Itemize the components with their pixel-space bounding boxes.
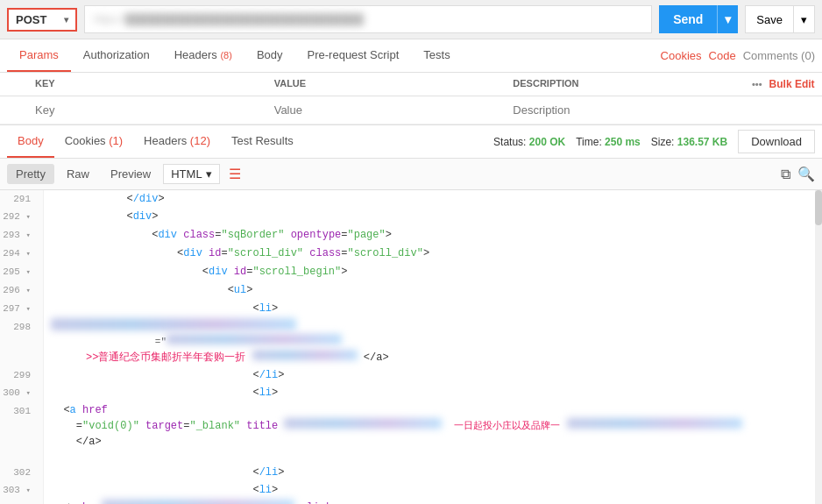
params-row bbox=[0, 96, 822, 124]
code-viewer: 291 </div> 292 ▾ <div> 293 ▾ <div class=… bbox=[0, 190, 822, 504]
blurred-301a bbox=[284, 418, 442, 429]
request-tab-links: Cookies Code Comments (0) bbox=[661, 49, 815, 62]
format-select[interactable]: HTML ▾ bbox=[163, 164, 219, 184]
copy-icon[interactable]: ⧉ bbox=[781, 167, 790, 182]
bulk-edit-link[interactable]: Bulk Edit bbox=[769, 78, 822, 90]
line-content-303: <li> bbox=[44, 481, 822, 500]
line-num-291: 291 bbox=[0, 190, 44, 208]
save-arrow[interactable]: ▾ bbox=[793, 6, 814, 32]
line-num-293[interactable]: 293 ▾ bbox=[0, 226, 44, 245]
fmt-tab-pretty[interactable]: Pretty bbox=[7, 164, 54, 184]
tab-headers[interactable]: Headers (8) bbox=[162, 39, 244, 72]
tab-test-results[interactable]: Test Results bbox=[221, 125, 304, 158]
response-status: Status: 200 OK Time: 250 ms Size: 136.57… bbox=[493, 130, 815, 153]
row-key[interactable] bbox=[26, 98, 274, 122]
code-line-296: 296 ▾ <ul> bbox=[0, 281, 822, 300]
line-num-294[interactable]: 294 ▾ bbox=[0, 245, 44, 263]
tab-body-response[interactable]: Body bbox=[7, 125, 54, 158]
line-content-293: <div class="sqBorder" opentype="page"> bbox=[44, 226, 822, 245]
tab-authorization[interactable]: Authorization bbox=[71, 39, 162, 72]
status-label: Status: 200 OK bbox=[493, 136, 565, 148]
line-content-299: </li> bbox=[44, 366, 822, 384]
tab-cookies-response[interactable]: Cookies (1) bbox=[54, 125, 133, 158]
code-line-301: 301 <a href ="void(0)" target="_blank" t… bbox=[0, 402, 822, 464]
line-num-297[interactable]: 297 ▾ bbox=[0, 300, 44, 318]
col-desc-header: DESCRIPTION bbox=[513, 78, 752, 90]
send-button[interactable]: Send ▾ bbox=[659, 5, 738, 33]
desc-input[interactable] bbox=[513, 98, 752, 122]
line-num-303[interactable]: 303 ▾ bbox=[0, 481, 44, 500]
wrap-icon[interactable]: ☰ bbox=[229, 166, 241, 182]
request-tabs: Params Authorization Headers (8) Body Pr… bbox=[0, 39, 822, 73]
line-content-300: <li> bbox=[44, 384, 822, 402]
value-input[interactable] bbox=[274, 98, 514, 122]
line-content-301: <a href ="void(0)" target="_blank" title… bbox=[44, 402, 822, 450]
params-table: KEY VALUE DESCRIPTION ••• Bulk Edit bbox=[0, 73, 822, 125]
format-right-actions: ⧉ 🔍 bbox=[781, 166, 815, 182]
time-label: Time: 250 ms bbox=[576, 136, 641, 148]
code-line-298: 298 =" >>普通纪念币集邮折半年套购一折 </a> bbox=[0, 318, 822, 366]
size-label: Size: 136.57 KB bbox=[651, 136, 727, 148]
time-value: 250 ms bbox=[605, 136, 641, 148]
code-line-295: 295 ▾ <div id="scroll_begin"> bbox=[0, 263, 822, 281]
three-dots-icon[interactable]: ••• bbox=[752, 79, 762, 89]
tab-headers-response[interactable]: Headers (12) bbox=[133, 125, 221, 158]
size-value: 136.57 KB bbox=[677, 136, 727, 148]
line-num-300[interactable]: 300 ▾ bbox=[0, 384, 44, 402]
code-line-300: 300 ▾ <li> bbox=[0, 384, 822, 402]
col-actions-header: ••• Bulk Edit bbox=[752, 78, 822, 90]
line-num-302: 302 bbox=[0, 464, 44, 481]
line-content-298: =" >>普通纪念币集邮折半年套购一折 </a> bbox=[44, 318, 822, 366]
save-button[interactable]: Save ▾ bbox=[745, 5, 815, 33]
comments-link[interactable]: Comments (0) bbox=[743, 49, 815, 62]
save-label: Save bbox=[746, 13, 793, 26]
code-line-304: 304 <a hr click bbox=[0, 500, 822, 504]
line-num-295[interactable]: 295 ▾ bbox=[0, 263, 44, 281]
method-dropdown[interactable]: POST ▾ bbox=[7, 8, 77, 32]
top-bar: POST ▾ https://█████████████████████████… bbox=[0, 0, 822, 39]
code-line-294: 294 ▾ <div id="scroll_div" class="scroll… bbox=[0, 245, 822, 263]
line-num-292[interactable]: 292 ▾ bbox=[0, 208, 44, 226]
download-button[interactable]: Download bbox=[738, 130, 815, 153]
scrollbar-track[interactable] bbox=[815, 190, 822, 504]
row-desc[interactable] bbox=[513, 98, 752, 122]
format-bar: Pretty Raw Preview HTML ▾ ☰ ⧉ 🔍 bbox=[0, 159, 822, 190]
row-value[interactable] bbox=[274, 98, 514, 122]
col-check-header bbox=[0, 78, 26, 90]
key-input[interactable] bbox=[35, 98, 274, 122]
cookies-link[interactable]: Cookies bbox=[661, 49, 702, 62]
line-num-301: 301 bbox=[0, 402, 44, 464]
send-arrow[interactable]: ▾ bbox=[717, 5, 738, 33]
code-line-291: 291 </div> bbox=[0, 190, 822, 208]
tab-body[interactable]: Body bbox=[244, 39, 295, 72]
tab-params[interactable]: Params bbox=[7, 39, 71, 72]
line-content-291: </div> bbox=[44, 190, 822, 208]
blurred-301b bbox=[567, 418, 742, 429]
tab-tests[interactable]: Tests bbox=[411, 39, 462, 72]
code-line-297: 297 ▾ <li> bbox=[0, 300, 822, 318]
code-line-302: 302 </li> bbox=[0, 464, 822, 481]
blurred-content-298a bbox=[51, 318, 296, 330]
line-num-299: 299 bbox=[0, 366, 44, 384]
code-link[interactable]: Code bbox=[709, 49, 736, 62]
code-line-293: 293 ▾ <div class="sqBorder" opentype="pa… bbox=[0, 226, 822, 245]
search-icon[interactable]: 🔍 bbox=[797, 166, 815, 182]
line-content-295: <div id="scroll_begin"> bbox=[44, 263, 822, 281]
params-header: KEY VALUE DESCRIPTION ••• Bulk Edit bbox=[0, 73, 822, 96]
scrollbar-thumb[interactable] bbox=[815, 190, 822, 225]
line-content-302: </li> bbox=[44, 464, 822, 481]
tab-pre-request[interactable]: Pre-request Script bbox=[295, 39, 412, 72]
line-num-296[interactable]: 296 ▾ bbox=[0, 281, 44, 300]
send-label: Send bbox=[659, 12, 717, 26]
line-content-297: <li> bbox=[44, 300, 822, 318]
line-content-296: <ul> bbox=[44, 281, 822, 300]
code-line-303: 303 ▾ <li> bbox=[0, 481, 822, 500]
blurred-content-298b bbox=[167, 334, 342, 344]
chinese-text-298: >>普通纪念币集邮折半年套购一折 bbox=[86, 351, 245, 364]
url-input[interactable]: https://████████████████████████████████ bbox=[84, 5, 652, 33]
fmt-tab-preview[interactable]: Preview bbox=[102, 164, 159, 184]
code-line-299: 299 </li> bbox=[0, 366, 822, 384]
response-tabs: Body Cookies (1) Headers (12) Test Resul… bbox=[0, 125, 822, 159]
fmt-tab-raw[interactable]: Raw bbox=[58, 164, 98, 184]
code-line-292: 292 ▾ <div> bbox=[0, 208, 822, 226]
